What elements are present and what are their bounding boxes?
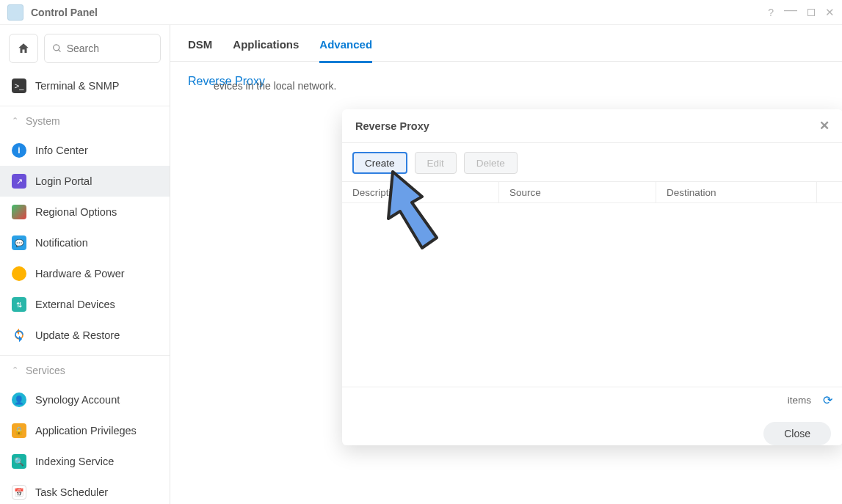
minimize-icon[interactable]: — xyxy=(784,2,797,18)
delete-button[interactable]: Delete xyxy=(464,152,518,174)
window-controls: ? — ✕ xyxy=(768,4,835,20)
window-titlebar: Control Panel ? — ✕ xyxy=(0,0,842,25)
globe-icon xyxy=(12,205,26,219)
sidebar-section-label: System xyxy=(26,115,60,127)
maximize-icon[interactable] xyxy=(807,9,815,16)
help-icon[interactable]: ? xyxy=(768,7,774,18)
sidebar-item-label: Terminal & SNMP xyxy=(35,80,119,92)
sidebar-item-synology-account[interactable]: 👤 Synology Account xyxy=(0,384,170,415)
sidebar-item-label: Login Portal xyxy=(35,175,92,187)
modal-status-bar: items ⟳ xyxy=(342,387,842,413)
modal-footer: Close xyxy=(342,413,842,454)
refresh-icon[interactable]: ⟳ xyxy=(823,393,832,407)
tab-applications[interactable]: Applications xyxy=(233,38,299,61)
sidebar-item-external-devices[interactable]: ⇅ External Devices xyxy=(0,289,170,320)
indexing-icon: 🔍 xyxy=(12,454,26,469)
tab-dsm[interactable]: DSM xyxy=(188,38,212,61)
bulb-icon xyxy=(12,266,26,281)
sidebar-item-hardware-power[interactable]: Hardware & Power xyxy=(0,258,170,289)
chevron-up-icon: ⌃ xyxy=(12,365,18,375)
tab-advanced[interactable]: Advanced xyxy=(319,38,372,63)
column-spacer xyxy=(816,182,842,202)
close-button[interactable]: Close xyxy=(763,422,831,445)
account-icon: 👤 xyxy=(12,392,26,407)
search-input[interactable] xyxy=(67,43,153,54)
column-destination[interactable]: Destination xyxy=(656,182,816,202)
sidebar-item-terminal-snmp[interactable]: >_ Terminal & SNMP xyxy=(0,70,170,101)
sidebar: >_ Terminal & SNMP ⌃ System i Info Cente… xyxy=(0,25,170,504)
calendar-icon: 📅 xyxy=(12,485,26,500)
sidebar-section-system[interactable]: ⌃ System xyxy=(0,106,170,135)
section-description: evices in the local network. xyxy=(196,80,842,92)
sidebar-item-regional-options[interactable]: Regional Options xyxy=(0,197,170,227)
column-source[interactable]: Source xyxy=(499,182,656,202)
sidebar-item-label: Application Privileges xyxy=(35,425,137,437)
sidebar-section-label: Services xyxy=(26,365,65,376)
modal-toolbar: Create Edit Delete xyxy=(342,143,842,181)
sidebar-item-indexing-service[interactable]: 🔍 Indexing Service xyxy=(0,446,170,477)
sidebar-item-label: External Devices xyxy=(35,299,115,310)
table-header: Description Source Destination xyxy=(342,181,842,203)
tab-bar: DSM Applications Advanced xyxy=(170,25,842,62)
login-portal-icon: ↗ xyxy=(12,174,26,189)
sidebar-item-label: Notification xyxy=(35,237,88,249)
sidebar-item-label: Update & Restore xyxy=(35,329,120,341)
sidebar-item-label: Hardware & Power xyxy=(35,268,125,280)
notification-icon: 💬 xyxy=(12,235,26,250)
reverse-proxy-modal: Reverse Proxy ✕ Create Edit Delete Descr… xyxy=(342,109,842,445)
external-devices-icon: ⇅ xyxy=(12,297,26,312)
modal-title: Reverse Proxy xyxy=(355,120,819,132)
home-button[interactable] xyxy=(9,34,38,63)
modal-close-icon[interactable]: ✕ xyxy=(819,118,830,134)
sidebar-item-notification[interactable]: 💬 Notification xyxy=(0,227,170,258)
info-icon: i xyxy=(12,143,26,158)
modal-header: Reverse Proxy ✕ xyxy=(342,109,842,143)
window-title: Control Panel xyxy=(31,7,768,18)
sidebar-item-label: Indexing Service xyxy=(35,456,114,467)
search-input-wrap[interactable] xyxy=(44,34,161,63)
terminal-icon: >_ xyxy=(12,78,26,93)
content-area: DSM Applications Advanced Reverse Proxy … xyxy=(170,25,842,504)
sidebar-item-info-center[interactable]: i Info Center xyxy=(0,135,170,166)
items-label: items xyxy=(788,395,811,406)
sidebar-item-task-scheduler[interactable]: 📅 Task Scheduler xyxy=(0,477,170,504)
table-body xyxy=(342,203,842,387)
edit-button[interactable]: Edit xyxy=(415,152,457,174)
sidebar-item-update-restore[interactable]: Update & Restore xyxy=(0,320,170,351)
search-icon xyxy=(52,43,62,54)
sidebar-item-label: Synology Account xyxy=(35,394,120,406)
create-button[interactable]: Create xyxy=(352,152,407,174)
update-icon xyxy=(12,328,26,343)
sidebar-section-services[interactable]: ⌃ Services xyxy=(0,355,170,384)
sidebar-item-label: Task Scheduler xyxy=(35,486,108,498)
sidebar-item-label: Info Center xyxy=(35,145,88,156)
lock-icon: 🔒 xyxy=(12,423,26,438)
sidebar-item-label: Regional Options xyxy=(35,206,117,218)
close-icon[interactable]: ✕ xyxy=(825,6,835,19)
sidebar-item-login-portal[interactable]: ↗ Login Portal xyxy=(0,166,170,197)
app-icon xyxy=(7,4,23,21)
sidebar-item-application-privileges[interactable]: 🔒 Application Privileges xyxy=(0,415,170,446)
chevron-up-icon: ⌃ xyxy=(12,116,18,125)
column-description[interactable]: Description xyxy=(342,182,499,202)
